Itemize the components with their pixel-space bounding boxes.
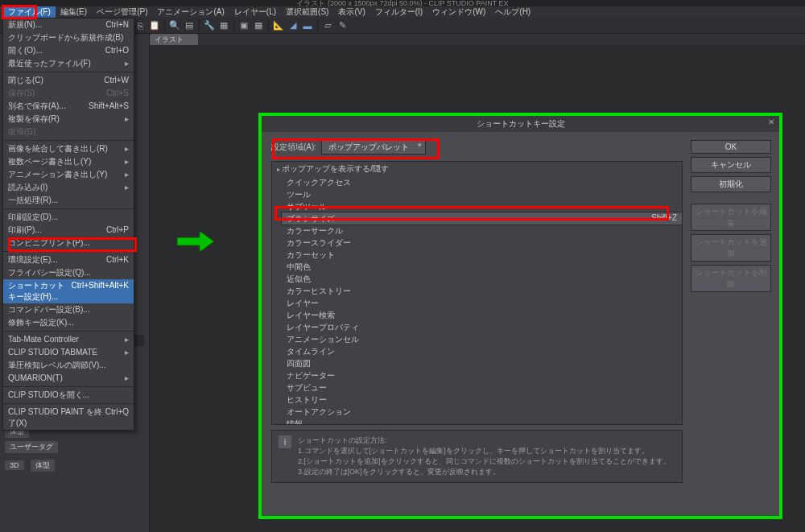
- menu-3[interactable]: アニメーション(A): [152, 6, 229, 18]
- annotation-arrow: [175, 229, 216, 254]
- file-menu-item[interactable]: ショートカットキー設定(H)...Ctrl+Shift+Alt+K: [3, 279, 134, 303]
- menu-bar: ファイル(F)編集(E)ページ管理(P)アニメーション(A)レイヤー(L)選択範…: [0, 6, 805, 18]
- file-menu-item[interactable]: 新規(N)...Ctrl+N: [3, 19, 134, 31]
- menu-7[interactable]: フィルター(I): [370, 6, 427, 18]
- menu-6[interactable]: 表示(V): [333, 6, 369, 18]
- file-menu-item[interactable]: 印刷設定(D)...: [3, 211, 134, 224]
- paste-icon[interactable]: 📋: [147, 19, 162, 32]
- tree-item[interactable]: 中間色: [282, 261, 682, 273]
- tree-item[interactable]: カラーセット: [282, 249, 682, 261]
- shortcut-dialog: ショートカットキー設定 ✕ 設定領域(A): ポップアップパレット ポップアップ…: [262, 116, 779, 516]
- setting-area-row: 設定領域(A): ポップアップパレット: [271, 140, 683, 155]
- file-menu-item[interactable]: 一括処理(R)...: [3, 194, 134, 207]
- file-menu-item[interactable]: 画像を統合して書き出し(R)▸: [3, 142, 134, 155]
- tree-item[interactable]: ナビゲーター: [282, 369, 682, 381]
- file-menu-item[interactable]: フライバシー設定(Q)...: [3, 266, 134, 279]
- tree-item[interactable]: サブツール: [282, 200, 682, 212]
- file-menu-item[interactable]: 開く(O)...Ctrl+O: [3, 44, 134, 57]
- command-tree[interactable]: ポップアップを表示する/隠す クイックアクセスツールサブツールブラシサイズShi…: [271, 161, 683, 425]
- layers-icon[interactable]: ▣: [237, 19, 251, 32]
- file-menu-item[interactable]: アニメーション書き出し(Y)▸: [3, 168, 134, 181]
- menu-0[interactable]: ファイル(F): [3, 6, 56, 18]
- tree-item[interactable]: クイックアクセス: [282, 176, 682, 188]
- tree-item[interactable]: 情報: [282, 418, 682, 425]
- tree-item[interactable]: 四面図: [282, 357, 682, 369]
- file-menu-item[interactable]: 修飾キー設定(K)...: [3, 316, 134, 329]
- tree-item[interactable]: レイヤープロパティ: [282, 321, 682, 333]
- window-title: イラスト (2000 x 1500px 72dpi 50.0%) - CLIP …: [0, 0, 805, 6]
- add-shortcut-button[interactable]: ショートカットを追加: [691, 234, 771, 262]
- tree-item[interactable]: ブラシサイズShift+Z: [281, 212, 683, 225]
- tree-item[interactable]: レイヤー検索: [282, 309, 682, 321]
- 3d-icon[interactable]: ▦: [251, 19, 266, 32]
- file-menu-item[interactable]: 読み込み(I)▸: [3, 181, 134, 194]
- annotation-box-dialog: ショートカットキー設定 ✕ 設定領域(A): ポップアップパレット ポップアップ…: [258, 113, 782, 519]
- file-menu-item[interactable]: 複数ページ書き出し(Y)▸: [3, 155, 134, 168]
- tool-icon[interactable]: ▤: [182, 19, 196, 32]
- file-menu-item[interactable]: 環境設定(E)...Ctrl+K: [3, 254, 134, 266]
- file-menu-item[interactable]: 閉じる(C)Ctrl+W: [3, 74, 134, 87]
- tree-item[interactable]: ヒストリー: [282, 394, 682, 406]
- cancel-button[interactable]: キャンセル: [691, 157, 771, 173]
- file-menu-item[interactable]: CLIP STUDIO PAINT を終了(X)Ctrl+Q: [3, 406, 134, 430]
- tree-item[interactable]: カラーサークル: [282, 225, 682, 237]
- ruler1-icon[interactable]: 📐: [271, 19, 286, 32]
- document-tab[interactable]: イラスト: [150, 34, 198, 45]
- tree-group-header[interactable]: ポップアップを表示する/隠す: [272, 162, 682, 176]
- file-menu-item[interactable]: 印刷(P)...Ctrl+P: [3, 224, 134, 237]
- tree-item[interactable]: カラーヒストリー: [282, 285, 682, 297]
- file-menu-item[interactable]: 最近使ったファイル(F)▸: [3, 57, 134, 70]
- delete-shortcut-button[interactable]: ショートカットを削除: [691, 265, 771, 292]
- tree-item[interactable]: カラースライダー: [282, 237, 682, 249]
- reset-button[interactable]: 初期化: [691, 176, 771, 192]
- file-menu-item[interactable]: 複製を保存(R)▸: [3, 113, 134, 126]
- ruler3-icon[interactable]: ▬: [300, 19, 315, 32]
- edit-shortcut-button[interactable]: ショートカットを編集: [691, 204, 771, 231]
- menu-5[interactable]: 選択範囲(S): [281, 6, 333, 18]
- file-menu-item[interactable]: コンビニプリント(P)...: [3, 237, 134, 250]
- file-menu-item[interactable]: CLIP STUDIO TABMATE▸: [3, 346, 134, 359]
- tree-item[interactable]: ツール: [282, 188, 682, 200]
- settings-icon[interactable]: ▦: [217, 19, 231, 32]
- file-menu-item[interactable]: Tab-Mate Controller▸: [3, 333, 134, 346]
- file-menu-item[interactable]: 別名で保存(A)...Shift+Alt+S: [3, 100, 134, 113]
- tree-item[interactable]: アニメーションセル: [282, 333, 682, 345]
- menu-9[interactable]: ヘルプ(H): [490, 6, 535, 18]
- info-icon: i: [279, 435, 291, 448]
- close-icon[interactable]: ✕: [768, 118, 774, 126]
- setting-area-dropdown[interactable]: ポップアップパレット: [321, 140, 426, 155]
- file-menu-item[interactable]: QUMARION(T)▸: [3, 372, 134, 385]
- tree-item[interactable]: サブビュー: [282, 381, 682, 394]
- tag-button[interactable]: ユーザータグ: [5, 441, 58, 453]
- menu-4[interactable]: レイヤー(L): [229, 6, 281, 18]
- copy-icon[interactable]: ⎘: [133, 19, 147, 32]
- ruler2-icon[interactable]: ◢: [286, 19, 300, 32]
- hint-box: i ショートカットの設定方法:1.コマンドを選択して[ショートカットを編集]をク…: [271, 430, 683, 483]
- menu-1[interactable]: 編集(E): [56, 6, 92, 18]
- tree-item[interactable]: レイヤー: [282, 297, 682, 309]
- file-menu-item: 保存(S)Ctrl+S: [3, 87, 134, 100]
- menu-2[interactable]: ページ管理(P): [92, 6, 152, 18]
- tag-button[interactable]: 体型: [31, 460, 55, 472]
- setting-area-label: 設定領域(A):: [271, 142, 316, 153]
- eyedrop-icon[interactable]: ✎: [335, 19, 349, 32]
- file-menu-item[interactable]: 筆圧検知レベルの調節(V)...: [3, 359, 134, 372]
- zoom-icon[interactable]: 🔍: [167, 19, 182, 32]
- dialog-title: ショートカットキー設定 ✕: [262, 116, 779, 132]
- file-menu-dropdown: 新規(N)...Ctrl+Nクリップボードから新規作成(B)開く(O)...Ct…: [2, 18, 134, 431]
- file-menu-item: 復帰(G): [3, 126, 134, 138]
- tree-item[interactable]: 近似色: [282, 273, 682, 285]
- file-menu-item[interactable]: クリップボードから新規作成(B): [3, 31, 134, 44]
- menu-8[interactable]: ウィンドウ(W): [427, 6, 490, 18]
- wrench-icon[interactable]: 🔧: [202, 19, 217, 32]
- help-icon[interactable]: ▱: [320, 19, 335, 32]
- tab-strip: イラスト: [150, 34, 198, 45]
- tree-item[interactable]: タイムライン: [282, 345, 682, 357]
- file-menu-item[interactable]: コマンドバー設定(B)...: [3, 303, 134, 316]
- ok-button[interactable]: OK: [691, 140, 771, 154]
- tree-item[interactable]: オートアクション: [282, 406, 682, 418]
- tag-button[interactable]: 3D: [5, 460, 24, 470]
- file-menu-item[interactable]: CLIP STUDIOを開く...: [3, 389, 134, 402]
